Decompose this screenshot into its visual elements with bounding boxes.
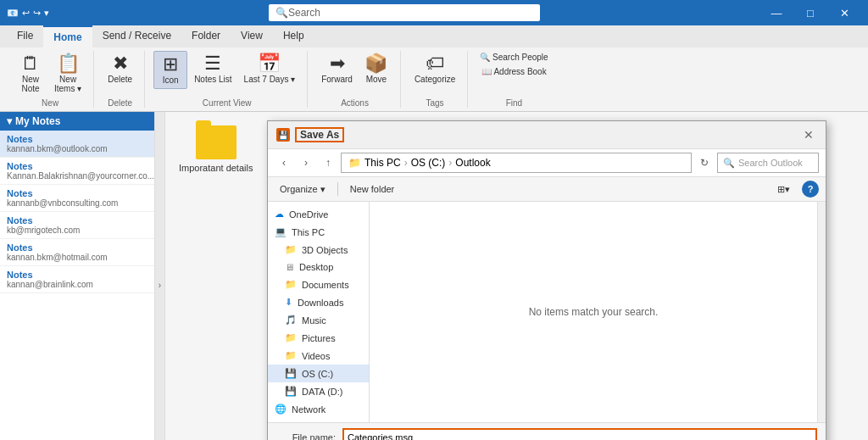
sidebar-item-title-0: Notes [7,134,158,144]
tab-help[interactable]: Help [273,25,314,47]
ribbon-group-delete: ✖ Delete Delete [96,51,145,108]
move-button[interactable]: 📦 Move [359,51,393,87]
address-book-button[interactable]: 📖 Address Book [476,65,551,78]
dialog-nav-documents[interactable]: 📁 Documents [268,276,369,293]
ribbon-group-tags: 🏷 Categorize Tags [403,51,468,108]
undo-icon[interactable]: ↩ [22,8,30,19]
new-items-button[interactable]: 📋 New Items ▾ [49,51,86,97]
tab-folder[interactable]: Folder [181,25,231,47]
dialog-nav-os-c[interactable]: 💾 OS (C:) [268,365,369,382]
drive-c-icon: 💾 [285,368,297,379]
breadcrumb-part-2: Outlook [455,157,490,169]
icon-view-icon: ⊞ [163,55,178,74]
sidebar: ▾ My Notes Notes kannan.bkm@outlook.com … [0,112,165,440]
delete-button[interactable]: ✖ Delete [103,51,137,87]
sidebar-item-5[interactable]: Notes kannan@brainlink.com [0,266,164,293]
file-name-row: File name: [276,428,817,440]
sidebar-item-2[interactable]: Notes kannanb@vnbconsulting.com [0,185,164,212]
music-icon: 🎵 [285,315,297,326]
actions-label: Actions [341,97,369,108]
current-view-label: Current View [203,97,252,108]
breadcrumb-part-0: This PC [364,157,401,169]
no-items-message: No items match your search. [529,306,659,318]
dialog-title: 💾 Save As [276,127,344,142]
nav-back-button[interactable]: ‹ [275,153,293,172]
sidebar-collapse-button[interactable]: › [154,112,164,440]
new-folder-button[interactable]: New folder [345,182,400,196]
dialog-nav-3d-objects[interactable]: 📁 3D Objects [268,241,369,259]
sidebar-item-sub-3: kb@mrigotech.com [7,226,158,235]
notes-list-button[interactable]: ☰ Notes List [189,51,236,87]
dialog-search-bar[interactable]: 🔍 Search Outlook [717,153,819,173]
content-icon-0[interactable]: Imporatant details [179,125,253,173]
actions-buttons: ➡ Forward 📦 Move [316,51,393,97]
file-name-input[interactable] [342,428,817,440]
sidebar-item-sub-5: kannan@brainlink.com [7,280,158,289]
dialog-nav-network[interactable]: 🌐 Network [268,400,369,418]
title-bar: 📧 ↩ ↪ ▾ 🔍 Search — □ ✕ [0,0,868,25]
sidebar-header: ▾ My Notes [0,112,164,131]
dialog-search-placeholder: Search Outlook [738,158,803,168]
view-toggle-button[interactable]: ⊞▾ [772,182,795,197]
current-view-buttons: ⊞ Icon ☰ Notes List 📅 Last 7 Days ▾ [153,51,300,97]
organize-button[interactable]: Organize ▾ [275,182,331,197]
dialog-nav-music[interactable]: 🎵 Music [268,311,369,329]
tags-buttons: 🏷 Categorize [409,51,460,97]
redo-icon[interactable]: ↪ [33,8,41,19]
dialog-nav-this-pc[interactable]: 💻 This PC [268,223,369,241]
close-button[interactable]: ✕ [827,0,861,25]
forward-icon: ➡ [330,54,345,73]
dialog-nav-downloads[interactable]: ⬇ Downloads [268,293,369,311]
delete-buttons: ✖ Delete [103,51,137,97]
dialog-scrollbar[interactable] [817,202,826,422]
dialog-nav-desktop[interactable]: 🖥 Desktop [268,259,369,276]
delete-icon: ✖ [113,54,128,73]
new-buttons: 🗒 New Note 📋 New Items ▾ [14,51,86,97]
minimize-button[interactable]: — [760,0,793,25]
maximize-button[interactable]: □ [793,0,827,25]
dialog-nav-data-d[interactable]: 💾 DATA (D:) [268,382,369,400]
dialog-footer: File name: Save as type: Outlook Message… [268,422,826,440]
desktop-icon: 🖥 [285,262,294,272]
window-controls: — □ ✕ [760,0,861,25]
nav-up-button[interactable]: ↑ [319,153,337,172]
nav-forward-button[interactable]: › [297,153,315,172]
dialog-nav-onedrive[interactable]: ☁ OneDrive [268,205,369,223]
file-name-label: File name: [276,432,336,440]
last-7-days-button[interactable]: 📅 Last 7 Days ▾ [239,51,301,87]
ribbon-group-new: 🗒 New Note 📋 New Items ▾ New [7,51,94,108]
new-note-button[interactable]: 🗒 New Note [14,51,47,97]
sidebar-item-4[interactable]: Notes kannan.bkm@hotmail.com [0,239,164,266]
save-as-dialog: 💾 Save As ✕ ‹ › ↑ 📁 This PC › OS (C:) › … [267,120,826,440]
sidebar-item-3[interactable]: Notes kb@mrigotech.com [0,212,164,239]
sidebar-item-1[interactable]: Notes Kannan.Balakrishnan@yourcorner.co.… [0,158,164,185]
tab-view[interactable]: View [231,25,273,47]
search-input[interactable]: 🔍 Search [269,4,540,21]
dialog-nav-videos[interactable]: 📁 Videos [268,347,369,365]
dialog-main-content: No items match your search. [370,202,817,422]
categorize-button[interactable]: 🏷 Categorize [409,51,460,87]
documents-icon: 📁 [285,279,297,290]
drive-d-icon: 💾 [285,386,297,397]
dialog-nav-pictures[interactable]: 📁 Pictures [268,329,369,347]
tab-home[interactable]: Home [43,25,92,47]
breadcrumb-sep-1: › [448,157,452,169]
dialog-close-button[interactable]: ✕ [800,126,817,143]
ribbon-group-find: 🔍 Search People 📖 Address Book Find [470,51,558,108]
sidebar-item-title-3: Notes [7,215,158,226]
nav-refresh-button[interactable]: ↻ [695,153,714,172]
breadcrumb-bar: 📁 This PC › OS (C:) › Outlook [341,153,692,173]
network-icon: 🌐 [275,404,287,415]
tab-file[interactable]: File [7,25,43,47]
help-button[interactable]: ? [802,181,819,198]
ribbon-tabs: File Home Send / Receive Folder View Hel… [0,25,868,47]
tab-send-receive[interactable]: Send / Receive [92,25,181,47]
sidebar-item-0[interactable]: Notes kannan.bkm@outlook.com [0,131,164,158]
forward-button[interactable]: ➡ Forward [316,51,358,87]
find-buttons: 🔍 Search People 📖 Address Book [476,51,551,78]
dialog-save-icon: 💾 [276,128,290,142]
sidebar-item-title-2: Notes [7,188,158,198]
search-people-button[interactable]: 🔍 Search People [476,51,551,64]
dialog-search-icon: 🔍 [723,158,735,169]
icon-view-button[interactable]: ⊞ Icon [153,51,187,89]
